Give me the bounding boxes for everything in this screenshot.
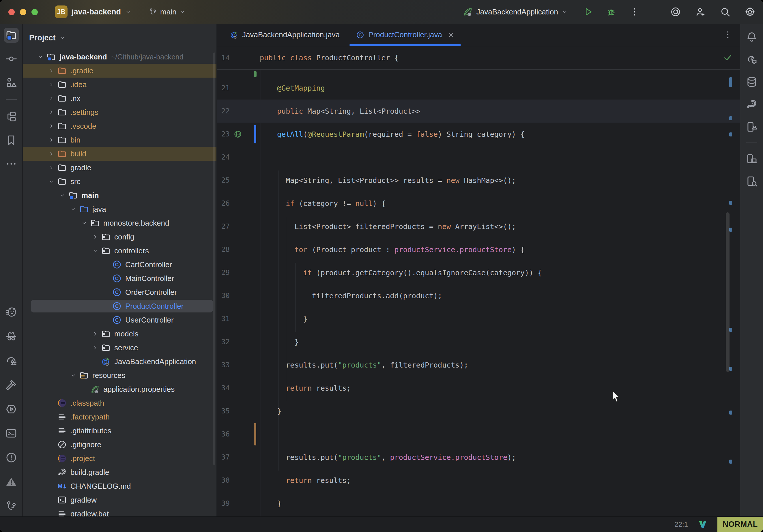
- chevron-collapsed-icon[interactable]: [89, 331, 101, 337]
- line-number[interactable]: 21: [217, 84, 230, 92]
- chevron-expanded-icon[interactable]: [78, 220, 90, 226]
- chevron-expanded-icon[interactable]: [56, 192, 68, 198]
- code-text[interactable]: return results;: [260, 384, 351, 392]
- copilot-cat-icon[interactable]: [4, 305, 19, 320]
- gradle-icon[interactable]: [744, 97, 759, 112]
- code-text[interactable]: for (Product product : productService.pr…: [260, 246, 525, 254]
- tree-item-config[interactable]: config: [23, 230, 216, 244]
- code-line[interactable]: 31 }: [217, 307, 740, 330]
- code-text[interactable]: @GetMapping: [260, 84, 325, 92]
- problems-icon[interactable]: [4, 450, 19, 465]
- ai-assistant-icon[interactable]: [670, 6, 681, 17]
- tree-item-ProductController[interactable]: CProductController: [23, 299, 216, 313]
- code-line[interactable]: 29 if (product.getCategory().equalsIgnor…: [217, 261, 740, 284]
- code-line[interactable]: 22 public Map<String, List<Product>>: [217, 100, 740, 123]
- inspections-check-icon[interactable]: [723, 53, 732, 64]
- vim-mode-badge[interactable]: NORMAL: [717, 517, 763, 532]
- tree-item-MainController[interactable]: CMainController: [23, 271, 216, 285]
- run-configuration-selector[interactable]: JavaBackendApplication: [463, 7, 568, 17]
- line-number[interactable]: 28: [217, 246, 230, 254]
- spring-mapping-icon[interactable]: [230, 130, 246, 139]
- chevron-collapsed-icon[interactable]: [46, 67, 57, 74]
- more-icon[interactable]: [4, 157, 19, 171]
- code-text[interactable]: filteredProducts.add(product);: [260, 292, 442, 300]
- tree-item-CHANGELOG.md[interactable]: MCHANGELOG.md: [23, 479, 216, 493]
- line-number[interactable]: 22: [217, 107, 230, 115]
- error-stripe-mark[interactable]: [729, 367, 732, 371]
- warning-icon[interactable]: [4, 474, 19, 489]
- code-line[interactable]: 34 return results;: [217, 376, 740, 399]
- code-text[interactable]: if (category != null) {: [260, 199, 386, 208]
- tree-item-build.gradle[interactable]: build.gradle: [23, 465, 216, 479]
- line-number[interactable]: 29: [217, 268, 230, 277]
- chevron-expanded-icon[interactable]: [89, 248, 101, 254]
- more-kebab-icon[interactable]: [629, 6, 640, 17]
- line-number[interactable]: 32: [217, 338, 230, 346]
- error-stripe-mark[interactable]: [729, 328, 732, 332]
- search-icon[interactable]: [720, 6, 731, 17]
- tree-item-models[interactable]: models: [23, 327, 216, 341]
- caret-position[interactable]: 22:1: [674, 520, 688, 529]
- sticky-code-line[interactable]: 14public class ProductController {: [217, 47, 740, 69]
- git-branch-icon[interactable]: [4, 498, 19, 513]
- editor-scrollbar[interactable]: [726, 212, 729, 372]
- line-number[interactable]: 38: [217, 476, 230, 484]
- code-text[interactable]: }: [260, 407, 281, 415]
- chevron-collapsed-icon[interactable]: [46, 151, 57, 157]
- tree-item-java-backend[interactable]: java-backend~/Github/java-backend: [23, 50, 216, 64]
- error-stripe-mark[interactable]: [729, 77, 732, 87]
- line-number[interactable]: 26: [217, 199, 230, 207]
- tree-item-.idea[interactable]: .idea: [23, 78, 216, 91]
- code-text[interactable]: if (product.getCategory().equalsIgnoreCa…: [260, 268, 542, 277]
- code-line[interactable]: 24: [217, 146, 740, 169]
- tree-item-.nx[interactable]: .nx: [23, 91, 216, 105]
- close-window-button[interactable]: [8, 9, 15, 15]
- close-tab-icon[interactable]: [448, 32, 455, 38]
- code-text[interactable]: Map<String, List<Product>> results = new…: [260, 176, 516, 185]
- tree-item-gradlew[interactable]: gradlew: [23, 493, 216, 507]
- tree-item-gradle[interactable]: gradle: [23, 161, 216, 174]
- layout-inspector-icon[interactable]: [744, 174, 759, 189]
- code-line[interactable]: 35 }: [217, 399, 740, 423]
- tree-item-OrderController[interactable]: COrderController: [23, 285, 216, 299]
- incognito-icon[interactable]: [4, 329, 19, 344]
- chevron-collapsed-icon[interactable]: [46, 109, 57, 115]
- tree-item-JavaBackendApplication[interactable]: JavaBackendApplication: [23, 355, 216, 369]
- build-hammer-icon[interactable]: [4, 377, 19, 392]
- tree-item-src[interactable]: src: [23, 174, 216, 188]
- code-text[interactable]: }: [260, 315, 308, 323]
- code-text[interactable]: }: [260, 338, 299, 346]
- project-folder-icon[interactable]: [4, 28, 19, 43]
- tree-item-application.properties[interactable]: application.properties: [23, 382, 216, 396]
- tree-item-.factorypath[interactable]: .factorypath: [23, 410, 216, 424]
- tree-item-UserController[interactable]: CUserController: [23, 313, 216, 327]
- line-number[interactable]: 31: [217, 315, 230, 323]
- line-number[interactable]: 25: [217, 176, 230, 184]
- code-line[interactable]: 26 if (category != null) {: [217, 192, 740, 215]
- line-number[interactable]: 37: [217, 453, 230, 461]
- code-line[interactable]: 32 }: [217, 330, 740, 354]
- tree-item-controllers[interactable]: controllers: [23, 244, 216, 258]
- tree-item-java[interactable]: java: [23, 202, 216, 216]
- tree-item-CartController[interactable]: CCartController: [23, 258, 216, 271]
- code-line[interactable]: 28 for (Product product : productService…: [217, 238, 740, 261]
- run-anything-icon[interactable]: [4, 402, 19, 417]
- line-number[interactable]: 39: [217, 499, 230, 507]
- chevron-collapsed-icon[interactable]: [89, 345, 101, 351]
- tree-scrollbar[interactable]: [213, 53, 215, 465]
- tree-item-.gitattributes[interactable]: .gitattributes: [23, 424, 216, 438]
- code-text[interactable]: results.put("products", productService.p…: [260, 453, 516, 462]
- code-line[interactable]: 23 getAll(@RequestParam(required = false…: [217, 123, 740, 146]
- chevron-collapsed-icon[interactable]: [46, 164, 57, 171]
- code-line[interactable]: 27 List<Product> filteredProducts = new …: [217, 215, 740, 238]
- tree-item-monostore.backend[interactable]: monostore.backend: [23, 216, 216, 230]
- code-text[interactable]: getAll(@RequestParam(required = false) S…: [260, 130, 525, 139]
- chevron-collapsed-icon[interactable]: [46, 95, 57, 102]
- code-line[interactable]: 39 }: [217, 492, 740, 515]
- code-line[interactable]: 37 results.put("products", productServic…: [217, 446, 740, 469]
- code-line[interactable]: 25 Map<String, List<Product>> results = …: [217, 169, 740, 192]
- project-selector[interactable]: java-backend: [71, 8, 121, 16]
- tree-item-main[interactable]: main: [23, 188, 216, 202]
- code-line[interactable]: 38 return results;: [217, 469, 740, 492]
- tab-javabackendapplication[interactable]: JavaBackendApplication.java: [222, 24, 348, 46]
